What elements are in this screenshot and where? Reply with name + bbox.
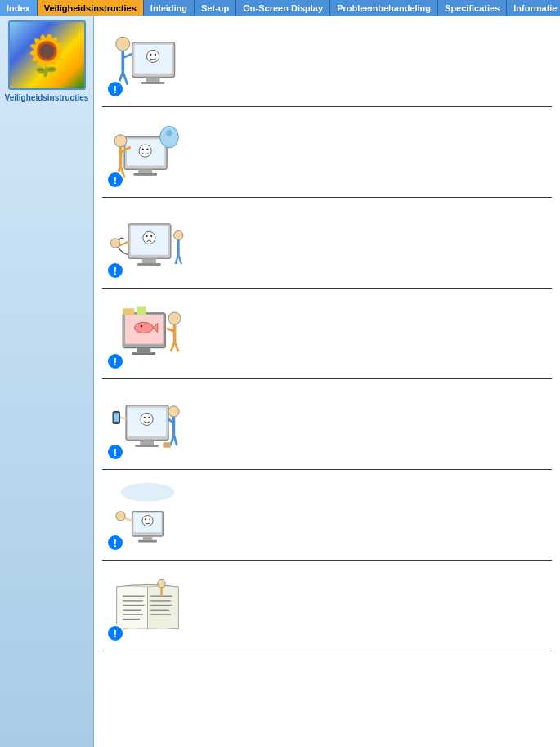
nav-item-specificaties[interactable]: Specificaties	[438, 0, 507, 16]
warning-icon-2: !	[106, 171, 124, 189]
svg-point-62	[168, 405, 179, 416]
svg-rect-42	[132, 352, 155, 355]
svg-point-31	[146, 235, 147, 236]
svg-rect-14	[138, 169, 152, 173]
svg-point-44	[140, 324, 142, 327]
sidebar: Veiligheidsinstructies	[0, 16, 94, 747]
sidebar-label: Veiligheidsinstructies	[2, 93, 92, 102]
illustration-2: !	[106, 115, 188, 189]
svg-point-5	[150, 53, 151, 55]
svg-point-18	[146, 148, 148, 150]
section-row-2: !	[102, 107, 552, 198]
svg-point-16	[139, 145, 151, 157]
svg-line-38	[178, 254, 181, 263]
svg-point-21	[114, 134, 126, 146]
warning-icon-4: !	[106, 352, 124, 370]
page-layout: Veiligheidsinstructies	[0, 16, 560, 747]
svg-point-57	[143, 416, 145, 418]
warning-icon-5: !	[106, 443, 124, 461]
nav-label-setup: Set-up	[201, 3, 229, 13]
illustration-3: !	[106, 206, 188, 280]
svg-line-51	[174, 341, 178, 351]
warning-icon-6: !	[106, 534, 124, 552]
svg-point-75	[115, 511, 124, 520]
nav-item-inleiding[interactable]: Inleiding	[144, 0, 195, 16]
warning-icon-7: !	[106, 624, 124, 642]
svg-rect-76	[142, 536, 151, 540]
illustration-1: !	[106, 25, 188, 98]
svg-rect-77	[138, 539, 157, 542]
svg-rect-55	[135, 445, 158, 447]
nav-label-inleiding: Inleiding	[150, 3, 187, 13]
svg-rect-54	[140, 440, 154, 445]
svg-point-58	[148, 416, 150, 418]
svg-point-4	[146, 50, 159, 62]
svg-point-73	[149, 518, 150, 520]
svg-rect-61	[113, 413, 119, 421]
illustration-7: !	[106, 569, 188, 642]
svg-rect-3	[141, 82, 164, 84]
section-row-4: !	[102, 289, 552, 379]
section-row-5: !	[102, 379, 552, 470]
nav-item-probleembehandeling[interactable]: Probleembehandeling	[330, 0, 438, 16]
svg-rect-46	[137, 306, 146, 314]
svg-point-56	[141, 413, 153, 425]
sidebar-image	[8, 20, 86, 90]
svg-point-20	[166, 130, 172, 136]
warning-icon-1: !	[106, 80, 124, 98]
svg-rect-28	[141, 258, 155, 263]
section-row-7: !	[102, 561, 552, 651]
svg-rect-15	[133, 173, 156, 176]
svg-point-34	[110, 238, 119, 247]
svg-line-66	[173, 434, 177, 445]
section-row-1: !	[102, 16, 552, 107]
svg-point-47	[168, 312, 181, 324]
svg-line-11	[123, 71, 128, 84]
nav-item-veiligheidsinstructies[interactable]: Veiligheidsinstructies	[38, 0, 144, 16]
nav-label-informatie: Informatie	[513, 3, 557, 13]
nav-label-specificaties: Specificaties	[445, 3, 500, 13]
svg-point-17	[141, 148, 143, 150]
section-row-6: !	[102, 470, 552, 561]
section-row-3: !	[102, 198, 552, 289]
nav-item-index[interactable]: Index	[0, 0, 38, 16]
svg-point-72	[144, 518, 146, 520]
svg-rect-45	[123, 308, 134, 315]
svg-rect-2	[146, 77, 159, 82]
nav-item-osd[interactable]: On-Screen Display	[236, 0, 330, 16]
nav-label-veiligheidsinstructies: Veiligheidsinstructies	[44, 3, 137, 13]
svg-point-35	[173, 230, 182, 239]
svg-point-7	[115, 37, 129, 51]
svg-rect-67	[163, 442, 170, 448]
main-content: !	[94, 16, 560, 747]
svg-point-30	[142, 231, 155, 244]
nav-label-index: Index	[7, 3, 30, 13]
svg-point-32	[150, 235, 152, 236]
svg-rect-41	[137, 347, 150, 352]
illustration-5: !	[106, 387, 188, 461]
svg-point-6	[154, 53, 155, 55]
svg-point-68	[120, 482, 174, 501]
illustration-4: !	[106, 297, 188, 370]
navigation-bar: Index Veiligheidsinstructies Inleiding S…	[0, 0, 560, 16]
nav-item-setup[interactable]: Set-up	[195, 0, 236, 16]
svg-rect-29	[137, 263, 160, 266]
svg-point-90	[157, 579, 164, 587]
warning-icon-3: !	[106, 262, 124, 280]
illustration-6: !	[106, 478, 188, 552]
nav-label-probleembehandeling: Probleembehandeling	[337, 3, 431, 13]
nav-label-osd: On-Screen Display	[243, 3, 323, 13]
nav-item-informatie[interactable]: Informatie	[507, 0, 560, 16]
svg-point-71	[141, 515, 152, 526]
svg-point-43	[134, 322, 153, 333]
svg-point-19	[159, 126, 178, 147]
